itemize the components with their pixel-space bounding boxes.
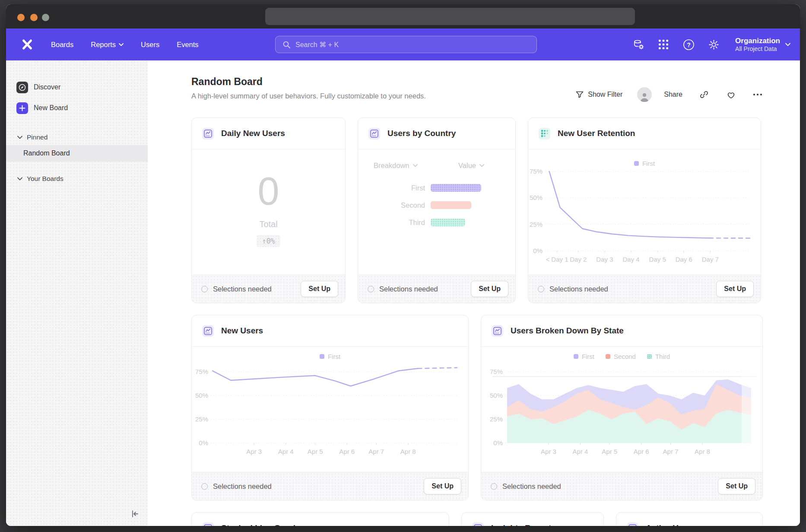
sidebar-board-random-board[interactable]: Random Board — [6, 145, 148, 162]
sidebar-section-label: Your Boards — [27, 175, 63, 183]
show-filter-button[interactable]: Show Filter — [575, 90, 622, 99]
set-up-button[interactable]: Set Up — [301, 281, 338, 297]
data-management-icon[interactable] — [632, 38, 644, 51]
page-title: Random Board — [191, 76, 763, 88]
status-text: Selections needed — [213, 285, 272, 293]
board-content: Random Board A high-level summary of use… — [148, 60, 800, 526]
set-up-button[interactable]: Set Up — [718, 478, 755, 494]
chevron-down-icon — [17, 136, 22, 139]
svg-text:75%: 75% — [195, 368, 208, 375]
chevron-down-icon — [413, 164, 418, 167]
chevron-down-icon — [479, 164, 484, 167]
card-title: Active Users — [646, 523, 695, 526]
window-titlebar — [6, 4, 800, 28]
status-text: Selections needed — [379, 285, 438, 293]
window-zoom-button[interactable] — [42, 14, 49, 21]
card-title: Users Broken Down By State — [511, 326, 624, 336]
set-up-button[interactable]: Set Up — [716, 281, 754, 297]
set-up-button[interactable]: Set Up — [424, 478, 461, 494]
status-indicator: Selections needed — [201, 482, 272, 491]
favorite-heart-icon[interactable] — [726, 89, 736, 100]
bar-second — [431, 201, 471, 209]
share-button[interactable]: Share — [664, 91, 682, 98]
status-circle-icon — [538, 286, 544, 292]
svg-text:25%: 25% — [530, 221, 543, 228]
status-indicator: Selections needed — [368, 285, 438, 293]
nav-item-boards[interactable]: Boards — [51, 41, 73, 49]
org-project-switcher[interactable]: Organization All Project Data — [735, 36, 790, 53]
plus-icon — [16, 102, 28, 114]
sidebar-section-your-boards[interactable]: Your Boards — [6, 171, 148, 187]
card-header: Users by Country — [358, 118, 515, 149]
svg-text:25%: 25% — [490, 415, 503, 423]
breakdown-row: Second — [358, 196, 515, 214]
insights-chart-icon — [472, 522, 484, 526]
settings-gear-icon[interactable] — [708, 38, 720, 51]
insights-chart-icon — [627, 522, 638, 526]
card-active-users: Active Users — [616, 512, 763, 526]
svg-text:50%: 50% — [490, 392, 503, 399]
nav-item-label: Users — [141, 41, 159, 49]
browser-address-bar[interactable] — [265, 8, 635, 25]
window-close-button[interactable] — [17, 14, 25, 21]
show-filter-label: Show Filter — [588, 91, 622, 98]
nav-item-reports[interactable]: Reports — [91, 41, 124, 49]
status-text: Selections needed — [213, 482, 272, 491]
more-options-icon[interactable] — [752, 89, 763, 100]
app-window: Boards Reports Users Events Search ⌘ + K — [6, 4, 800, 526]
svg-text:Apr 3: Apr 3 — [246, 448, 262, 455]
set-up-button[interactable]: Set Up — [471, 281, 508, 297]
person-icon — [639, 92, 650, 102]
breakdown-label: Breakdown — [374, 162, 409, 170]
nav-item-label: Reports — [91, 41, 116, 49]
svg-text:Apr 3: Apr 3 — [541, 448, 556, 455]
insights-chart-icon — [368, 128, 380, 139]
value-dropdown[interactable]: Value — [458, 162, 484, 170]
card-title: Users by Country — [387, 129, 456, 138]
avatar[interactable] — [637, 87, 652, 102]
window-minimize-button[interactable] — [30, 14, 38, 21]
collapse-sidebar-icon[interactable] — [129, 508, 141, 520]
card-header: New Users — [192, 315, 468, 347]
status-text: Selections needed — [549, 285, 608, 293]
svg-text:Apr 5: Apr 5 — [602, 448, 617, 455]
status-circle-icon — [201, 286, 208, 292]
nav-item-events[interactable]: Events — [177, 41, 198, 49]
svg-text:Day 5: Day 5 — [649, 256, 666, 263]
status-circle-icon — [491, 483, 497, 490]
bar-first — [431, 184, 481, 192]
value-label: Value — [458, 162, 476, 170]
svg-text:Day 7: Day 7 — [702, 256, 719, 263]
sidebar-item-label: Discover — [34, 83, 60, 91]
sidebar-section-pinned[interactable]: Pinned — [6, 130, 148, 145]
sidebar-item-discover[interactable]: Discover — [6, 77, 148, 98]
svg-text:Day 2: Day 2 — [570, 256, 587, 263]
card-new-user-retention: New User Retention First 75%50%25%0%< Da… — [528, 117, 761, 303]
sidebar: Discover New Board Pinned Random Board Y… — [6, 60, 148, 526]
svg-text:0%: 0% — [493, 439, 503, 446]
metric-block: 0 Total ↑0% — [192, 149, 345, 275]
insights-chart-icon — [492, 325, 503, 337]
sidebar-section-label: Pinned — [27, 133, 48, 141]
row-label: Third — [358, 218, 425, 227]
board-header: Random Board A high-level summary of use… — [191, 76, 763, 108]
nav-item-users[interactable]: Users — [141, 41, 159, 49]
org-name: Organization — [735, 36, 780, 45]
global-search-input[interactable]: Search ⌘ + K — [275, 36, 537, 53]
status-indicator: Selections needed — [201, 285, 272, 293]
mixpanel-logo-icon[interactable] — [21, 38, 34, 51]
retention-grid-icon — [539, 128, 550, 139]
metric-value: 0 — [257, 172, 279, 211]
card-header: Daily New Users — [192, 118, 345, 149]
breakdown-dropdown[interactable]: Breakdown — [374, 162, 418, 170]
svg-text:0%: 0% — [199, 439, 208, 446]
card-title: New Users — [221, 326, 263, 336]
card-title: New User Retention — [558, 129, 635, 138]
svg-text:Apr 6: Apr 6 — [634, 448, 649, 455]
copy-link-icon[interactable] — [699, 89, 709, 100]
apps-grid-icon[interactable] — [657, 38, 670, 51]
sidebar-item-new-board[interactable]: New Board — [6, 98, 148, 118]
search-placeholder: Search ⌘ + K — [295, 41, 339, 49]
help-icon[interactable]: ? — [682, 38, 695, 51]
metric-delta-badge: ↑0% — [257, 235, 280, 247]
